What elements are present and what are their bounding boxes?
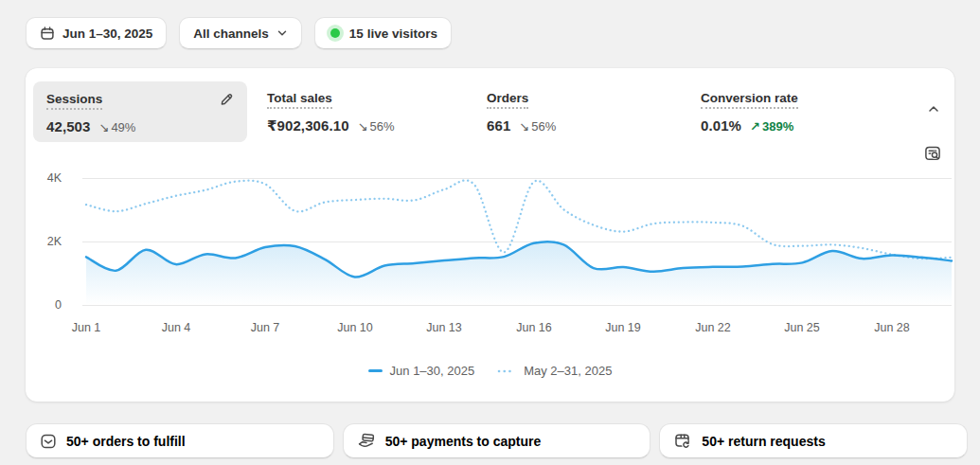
metric-tab-total-sales[interactable]: Total sales ₹902,306.10 ↘56% xyxy=(267,89,395,134)
metric-label-orders[interactable]: Orders xyxy=(487,91,528,109)
payments-to-capture-button[interactable]: 50+ payments to capture xyxy=(343,423,651,458)
topbar: Jun 1–30, 2025 All channels 15 live visi… xyxy=(26,17,452,49)
channels-label: All channels xyxy=(193,27,269,41)
legend-label: Jun 1–30, 2025 xyxy=(390,364,475,378)
live-visitors-button[interactable]: 15 live visitors xyxy=(314,17,452,49)
legend-item-previous-period: May 2–31, 2025 xyxy=(497,364,612,378)
pencil-icon[interactable] xyxy=(219,92,234,107)
metric-change-conversion-rate: ↗389% xyxy=(750,119,793,134)
metric-value-orders: 661 xyxy=(487,117,510,134)
task-shortcuts: 50+ orders to fulfill 50+ payments to ca… xyxy=(26,423,968,458)
analytics-dashboard: { "topbar": { "date_range": "Jun 1–30, 2… xyxy=(0,0,980,465)
legend-label: May 2–31, 2025 xyxy=(524,364,612,378)
collapse-chart-button[interactable] xyxy=(922,98,945,120)
metric-value-sessions: 42,503 xyxy=(46,118,90,134)
metric-tab-orders[interactable]: Orders 661 ↘56% xyxy=(487,89,556,134)
metric-label-sessions[interactable]: Sessions xyxy=(46,92,102,110)
metric-change-orders: ↘56% xyxy=(519,119,556,134)
metric-change-total-sales: ↘56% xyxy=(358,119,395,134)
x-tick-label: Jun 28 xyxy=(859,320,925,335)
x-tick-label: Jun 1 xyxy=(53,320,119,335)
x-tick-label: Jun 19 xyxy=(590,320,656,335)
metric-change-sessions: ↘49% xyxy=(98,120,135,134)
footer-button-label: 50+ payments to capture xyxy=(385,434,542,449)
card-hand-icon xyxy=(357,432,376,451)
metric-tab-sessions[interactable]: Sessions 42,503 ↘49% xyxy=(33,81,247,142)
sessions-line-chart[interactable] xyxy=(26,168,954,319)
x-tick-label: Jun 13 xyxy=(411,320,477,335)
x-tick-label: Jun 25 xyxy=(769,320,835,335)
calendar-icon xyxy=(40,26,55,41)
chevron-up-icon xyxy=(927,102,940,116)
metric-label-conversion-rate[interactable]: Conversion rate xyxy=(701,91,798,109)
trend-down-arrow-icon: ↘ xyxy=(519,119,529,134)
channels-dropdown[interactable]: All channels xyxy=(179,17,302,49)
x-tick-label: Jun 10 xyxy=(322,320,388,335)
date-range-label: Jun 1–30, 2025 xyxy=(62,27,152,41)
return-box-icon xyxy=(673,432,692,451)
metric-tab-conversion-rate[interactable]: Conversion rate 0.01% ↗389% xyxy=(701,89,798,134)
footer-button-label: 50+ return requests xyxy=(702,434,825,449)
solid-line-swatch-icon xyxy=(368,369,383,372)
date-range-picker[interactable]: Jun 1–30, 2025 xyxy=(26,17,167,49)
previous-period-line xyxy=(86,180,952,259)
trend-down-arrow-icon: ↘ xyxy=(358,119,368,134)
return-requests-button[interactable]: 50+ return requests xyxy=(659,423,968,458)
metric-value-conversion-rate: 0.01% xyxy=(701,117,741,134)
live-green-dot-icon xyxy=(330,28,340,38)
explore-data-button[interactable] xyxy=(921,142,944,165)
trend-up-arrow-icon: ↗ xyxy=(750,119,760,134)
metric-label-total-sales[interactable]: Total sales xyxy=(267,91,332,109)
x-tick-label: Jun 22 xyxy=(680,320,746,335)
analytics-card: Sessions 42,503 ↘49% Total sales ₹902,30… xyxy=(26,68,954,402)
x-tick-label: Jun 4 xyxy=(143,320,209,335)
search-data-icon xyxy=(923,144,942,163)
x-tick-label: Jun 16 xyxy=(501,320,567,335)
footer-button-label: 50+ orders to fulfill xyxy=(66,434,186,449)
chevron-down-icon xyxy=(276,27,288,39)
x-tick-label: Jun 7 xyxy=(232,320,298,335)
dotted-line-swatch-icon xyxy=(497,369,516,373)
chart-legend: Jun 1–30, 2025 May 2–31, 2025 xyxy=(26,364,954,378)
metric-value-total-sales: ₹902,306.10 xyxy=(267,117,349,134)
inbox-icon xyxy=(40,433,57,450)
legend-item-current-period: Jun 1–30, 2025 xyxy=(368,364,475,378)
live-visitors-label: 15 live visitors xyxy=(349,27,437,41)
trend-down-arrow-icon: ↘ xyxy=(98,120,109,134)
orders-to-fulfill-button[interactable]: 50+ orders to fulfill xyxy=(26,423,334,458)
